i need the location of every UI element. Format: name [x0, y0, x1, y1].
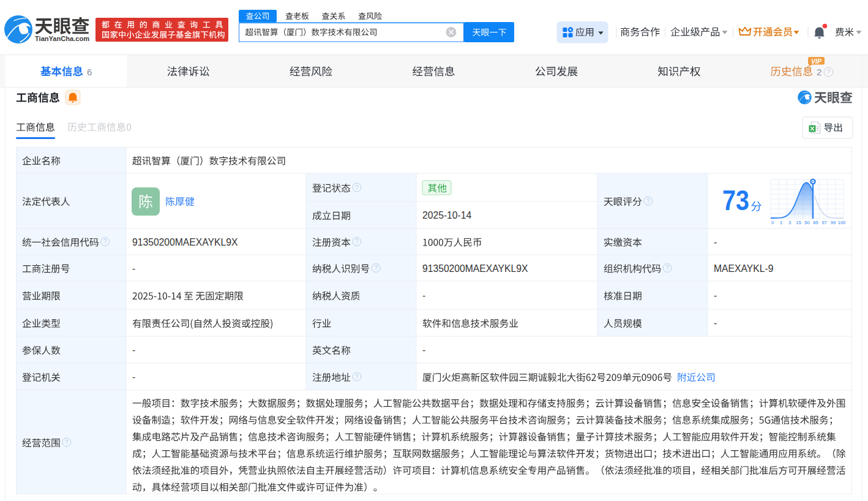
svg-text:2: 2 — [817, 67, 821, 77]
svg-text:50: 50 — [804, 220, 809, 225]
svg-text:TianYanCha.com: TianYanCha.com — [35, 35, 89, 42]
svg-text:3: 3 — [788, 220, 791, 225]
svg-text:-: - — [422, 345, 425, 355]
svg-text:?: ? — [374, 265, 378, 271]
svg-text:0: 0 — [771, 220, 774, 225]
svg-text:85: 85 — [813, 220, 818, 225]
svg-text:91350200MAEXAYKL9X: 91350200MAEXAYKL9X — [132, 237, 238, 247]
svg-text:VIP: VIP — [811, 58, 822, 65]
svg-text:?: ? — [646, 198, 650, 205]
svg-text:73: 73 — [722, 184, 749, 216]
svg-text:?: ? — [355, 374, 359, 380]
svg-text:99: 99 — [831, 220, 836, 225]
svg-text:100: 100 — [838, 220, 846, 225]
svg-text:91350200MAEXAYKL9X: 91350200MAEXAYKL9X — [422, 263, 528, 274]
svg-text:?: ? — [355, 238, 359, 245]
svg-text:-: - — [714, 318, 717, 328]
svg-text:?: ? — [103, 238, 107, 245]
svg-text:6: 6 — [87, 67, 92, 77]
svg-text:-: - — [132, 263, 135, 274]
svg-text:97: 97 — [822, 220, 827, 225]
svg-text:?: ? — [65, 439, 69, 446]
svg-text:?: ? — [665, 265, 669, 271]
svg-text:-: - — [714, 290, 717, 301]
svg-text:-: - — [714, 237, 717, 247]
svg-text:-: - — [132, 345, 135, 355]
svg-text:15: 15 — [796, 220, 801, 225]
svg-text:-: - — [422, 290, 425, 301]
svg-text:2025-10-14: 2025-10-14 — [422, 210, 472, 220]
svg-text:MAEXAYKL-9: MAEXAYKL-9 — [714, 263, 773, 274]
svg-text:1: 1 — [780, 220, 782, 225]
svg-text:-: - — [132, 372, 135, 382]
svg-text:?: ? — [827, 69, 831, 75]
svg-text:?: ? — [355, 184, 359, 191]
